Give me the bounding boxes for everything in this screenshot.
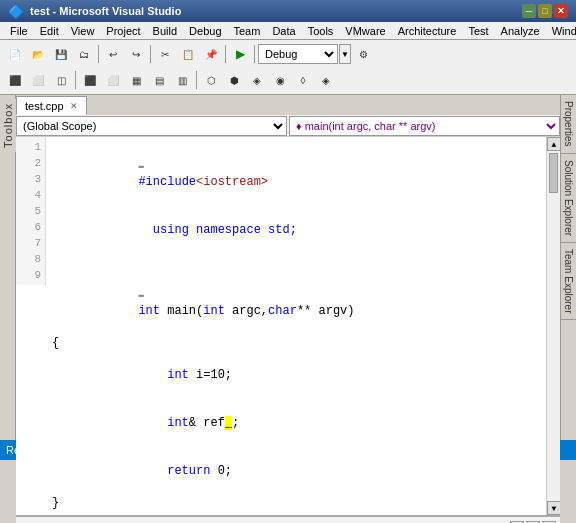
line-numbers: 1 2 3 4 5 6 7 8 9 [16,137,46,285]
tb2-btn5[interactable]: ⬜ [102,69,124,91]
extra-btn[interactable]: ⚙ [352,43,374,65]
team-explorer-tab[interactable]: Team Explorer [561,243,576,320]
close-button[interactable]: ✕ [554,4,568,18]
window-controls: ─ □ ✕ [522,4,568,18]
tb2-btn7[interactable]: ▤ [148,69,170,91]
copy-button[interactable]: 📋 [177,43,199,65]
maximize-button[interactable]: □ [538,4,552,18]
open-button[interactable]: 📂 [27,43,49,65]
code-line-2: using namespace std; [52,206,556,254]
tb2-btn9[interactable]: ⬡ [200,69,222,91]
menu-build[interactable]: Build [147,24,183,38]
menu-vmware[interactable]: VMware [339,24,391,38]
menu-architecture[interactable]: Architecture [392,24,463,38]
toolbar-2: ⬛ ⬜ ◫ ⬛ ⬜ ▦ ▤ ▥ ⬡ ⬢ ◈ ◉ ◊ ◈ [4,68,572,92]
new-file-button[interactable]: 📄 [4,43,26,65]
code-content: ▬ #include<iostream> using namespace std… [48,139,560,513]
menu-edit[interactable]: Edit [34,24,65,38]
cut-button[interactable]: ✂ [154,43,176,65]
toolbar-separator-2 [150,45,151,63]
scroll-up-button[interactable]: ▲ [547,137,560,151]
keyword-using: using namespace std; [153,223,297,237]
tb2-btn10[interactable]: ⬢ [223,69,245,91]
file-tab-label: test.cpp [25,100,64,112]
title-bar: 🔷 test - Microsoft Visual Studio ─ □ ✕ [0,0,576,22]
code-line-8: return 0; [52,447,556,495]
properties-panel-tab[interactable]: Properties [561,95,576,154]
code-editor[interactable]: 1 2 3 4 5 6 7 8 9 ▬ #include<iostream> [16,137,560,515]
code-line-3 [52,254,556,270]
minimize-button[interactable]: ─ [522,4,536,18]
undo-button[interactable]: ↩ [102,43,124,65]
toolbar2-sep1 [75,71,76,89]
tb2-btn12[interactable]: ◉ [269,69,291,91]
menu-view[interactable]: View [65,24,101,38]
start-button[interactable]: ▶ [229,43,251,65]
code-line-7: int& ref_; [52,399,556,447]
file-tab-close[interactable]: ✕ [70,101,78,111]
debug-mode-combo[interactable]: Debug [258,44,338,64]
menu-bar: File Edit View Project Build Debug Team … [0,22,576,40]
menu-debug[interactable]: Debug [183,24,227,38]
tb2-btn3[interactable]: ◫ [50,69,72,91]
tb2-btn13[interactable]: ◊ [292,69,314,91]
keyword-char: char [268,304,297,318]
menu-analyze[interactable]: Analyze [495,24,546,38]
vs-icon: 🔷 [8,4,24,19]
scroll-thumb[interactable] [549,153,558,193]
right-panels: Properties Solution Explorer Team Explor… [560,95,576,440]
keyword-int: int [138,304,160,318]
tb2-btn2[interactable]: ⬜ [27,69,49,91]
toolbar-area: 📄 📂 💾 🗂 ↩ ↪ ✂ 📋 📌 ▶ Debug ▼ ⚙ ⬛ ⬜ ◫ ⬛ ⬜ … [0,40,576,95]
keyword-include: #include [138,175,196,189]
save-all-button[interactable]: 🗂 [73,43,95,65]
save-button[interactable]: 💾 [50,43,72,65]
editor-area: test.cpp ✕ (Global Scope) ♦ main(int arg… [16,95,560,515]
solution-explorer-tab[interactable]: Solution Explorer [561,154,576,243]
menu-team[interactable]: Team [228,24,267,38]
keyword-return: return [167,464,210,478]
code-nav: (Global Scope) ♦ main(int argc, char ** … [16,115,560,137]
scroll-down-button[interactable]: ▼ [547,501,560,515]
function-combo[interactable]: ♦ main(int argc, char ** argv) [289,116,560,136]
toolbox-label[interactable]: Toolbox [0,99,16,152]
debug-mode-arrow[interactable]: ▼ [339,44,351,64]
tb2-btn6[interactable]: ▦ [125,69,147,91]
collapse-icon-4[interactable]: ▬ [138,290,143,300]
tb2-btn14[interactable]: ◈ [315,69,337,91]
file-tabs: test.cpp ✕ [16,95,560,115]
menu-data[interactable]: Data [266,24,301,38]
tb2-btn4[interactable]: ⬛ [79,69,101,91]
code-line-6: int i=10; [52,351,556,399]
editor-scrollbar[interactable]: ▲ ▼ [546,137,560,515]
window-title: test - Microsoft Visual Studio [30,5,522,17]
tb2-btn11[interactable]: ◈ [246,69,268,91]
editor-and-panels: test.cpp ✕ (Global Scope) ♦ main(int arg… [16,95,560,440]
error-highlight: _ [225,416,232,430]
code-line-1: ▬ #include<iostream> [52,141,556,206]
error-panel-header: ✗ Error List ↙ 📌 ✕ [16,517,560,523]
file-tab-test-cpp[interactable]: test.cpp ✕ [16,96,87,115]
toolbar-separator-1 [98,45,99,63]
menu-file[interactable]: File [4,24,34,38]
menu-project[interactable]: Project [100,24,146,38]
scope-combo[interactable]: (Global Scope) [16,116,287,136]
toolbar-separator-4 [254,45,255,63]
redo-button[interactable]: ↪ [125,43,147,65]
keyword-int4: int [167,416,189,430]
toolbar2-sep2 [196,71,197,89]
code-line-5: { [52,335,556,351]
menu-window[interactable]: Window [546,24,576,38]
code-line-4: ▬ int main(int argc,char** argv) [52,270,556,335]
tb2-btn1[interactable]: ⬛ [4,69,26,91]
tb2-btn8[interactable]: ▥ [171,69,193,91]
paste-button[interactable]: 📌 [200,43,222,65]
toolbox-panel[interactable]: Toolbox [0,95,16,440]
main-area: Toolbox test.cpp ✕ (Global Scope) ♦ main… [0,95,576,440]
menu-tools[interactable]: Tools [302,24,340,38]
code-line-9: } [52,495,556,511]
toolbar-separator-3 [225,45,226,63]
keyword-int3: int [167,368,189,382]
collapse-icon-1[interactable]: ▬ [138,161,143,171]
menu-test[interactable]: Test [462,24,494,38]
